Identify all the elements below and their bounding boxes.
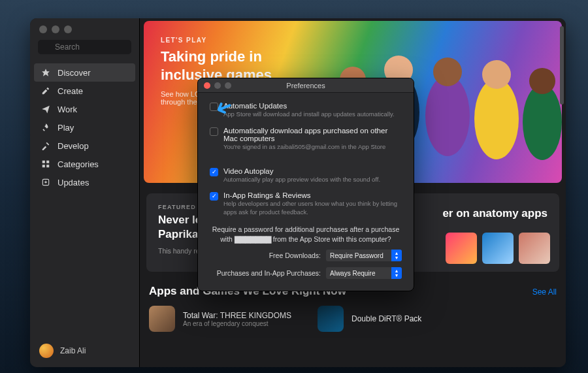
checkbox-ratings-reviews[interactable] (210, 192, 218, 201)
user-footer[interactable]: Zaib Ali (30, 334, 139, 367)
grid-icon (41, 159, 51, 169)
svg-point-12 (425, 75, 470, 156)
option-desc: You're signed in as zaibali505@gmail.com… (223, 143, 402, 152)
star-icon (41, 67, 51, 78)
svg-rect-6 (46, 165, 49, 167)
paper-plane-icon (41, 104, 51, 114)
chevron-updown-icon: ▴▾ (393, 251, 400, 260)
select-value: Always Require (330, 270, 375, 277)
option-desc: Help developers and other users know wha… (223, 200, 402, 217)
checkbox-auto-download[interactable] (210, 127, 218, 136)
app-meta: Double DiRT® Pack (351, 314, 421, 323)
sidebar-item-updates[interactable]: Updates (30, 173, 139, 191)
option-ratings-reviews: In-App Ratings & Reviews Help developers… (210, 191, 402, 217)
scrollbar[interactable] (559, 22, 564, 363)
maximize-window-icon[interactable] (64, 25, 72, 33)
form-label: Free Downloads: (210, 251, 321, 259)
option-desc: Automatically play app preview videos wi… (223, 176, 380, 184)
sidebar-item-label: Create (57, 86, 83, 96)
option-label: Automatic Updates (223, 102, 395, 110)
option-label: In-App Ratings & Reviews (223, 191, 402, 199)
form-label: Purchases and In-App Purchases: (210, 269, 321, 277)
sidebar-item-label: Play (57, 123, 74, 133)
sidebar-item-develop[interactable]: Develop (30, 137, 139, 155)
thumb-icon (519, 233, 550, 264)
option-automatic-updates: Automatic Updates App Store will downloa… (210, 102, 402, 119)
option-desc: App Store will download and install app … (223, 110, 395, 119)
sidebar-item-label: Work (57, 105, 77, 114)
user-name: Zaib Ali (60, 346, 86, 355)
sidebar-item-label: Categories (57, 159, 99, 169)
password-block: Require a password for additional purcha… (210, 225, 402, 279)
option-label: Video Autoplay (223, 167, 380, 175)
sidebar-item-play[interactable]: Play (30, 118, 139, 137)
option-label: Automatically download apps purchased on… (223, 127, 402, 142)
svg-point-14 (474, 78, 519, 159)
sidebar-nav: Discover Create Work Play Develop Catego… (30, 59, 139, 195)
search-input[interactable] (38, 40, 131, 54)
select-free-downloads[interactable]: Require Password ▴▾ (326, 250, 402, 261)
see-all-link[interactable]: See All (532, 287, 557, 297)
brush-icon (41, 86, 51, 96)
card-thumbnails (446, 233, 550, 264)
password-heading: Require a password for additional purcha… (210, 225, 402, 244)
hammer-icon (41, 140, 51, 151)
app-icon (318, 306, 344, 332)
minimize-window-icon[interactable] (52, 25, 59, 33)
sidebar-item-label: Develop (57, 141, 89, 151)
sidebar-item-label: Discover (57, 68, 91, 78)
svg-point-16 (523, 84, 562, 160)
row-purchases: Purchases and In-App Purchases: Always R… (210, 267, 402, 279)
app-row: Total War: THREE KINGDOMS An era of lege… (140, 302, 566, 336)
prefs-titlebar: Preferences (198, 78, 414, 93)
app-subtitle: An era of legendary conquest (183, 320, 291, 327)
app-name: Total War: THREE KINGDOMS (183, 311, 291, 320)
app-item[interactable]: Total War: THREE KINGDOMS An era of lege… (149, 306, 291, 332)
checkbox-video-autoplay[interactable] (210, 168, 218, 176)
app-icon (149, 306, 175, 332)
window-traffic-lights (30, 18, 139, 33)
sidebar-item-discover[interactable]: Discover (34, 63, 135, 82)
sidebar-item-create[interactable]: Create (30, 82, 139, 100)
thumb-icon (446, 233, 477, 264)
sidebar-item-categories[interactable]: Categories (30, 155, 139, 173)
sidebar: Discover Create Work Play Develop Catego… (30, 18, 140, 367)
select-value: Require Password (330, 252, 384, 259)
app-item[interactable]: Double DiRT® Pack (318, 306, 421, 332)
download-icon (41, 177, 51, 187)
prefs-title: Preferences (198, 82, 414, 89)
svg-rect-4 (46, 161, 49, 163)
prefs-body: Automatic Updates App Store will downloa… (198, 93, 414, 291)
svg-rect-5 (42, 165, 45, 167)
svg-marker-2 (42, 69, 50, 76)
svg-rect-3 (42, 161, 45, 163)
scrollbar-thumb[interactable] (560, 26, 564, 105)
option-auto-download: Automatically download apps purchased on… (210, 127, 402, 152)
app-meta: Total War: THREE KINGDOMS An era of lege… (183, 311, 291, 327)
app-name: Double DiRT® Pack (351, 314, 421, 323)
search-container (38, 40, 131, 54)
close-window-icon[interactable] (39, 25, 47, 33)
row-free-downloads: Free Downloads: Require Password ▴▾ (210, 250, 402, 261)
svg-point-17 (529, 68, 555, 94)
sidebar-item-work[interactable]: Work (30, 100, 139, 118)
option-video-autoplay: Video Autoplay Automatically play app pr… (210, 167, 402, 184)
sidebar-item-label: Updates (57, 178, 89, 187)
thumb-icon (482, 233, 514, 264)
chevron-updown-icon: ▴▾ (393, 268, 400, 278)
avatar (39, 344, 54, 358)
select-purchases[interactable]: Always Require ▴▾ (326, 267, 402, 279)
svg-point-15 (482, 60, 511, 89)
svg-point-13 (433, 57, 462, 86)
rocket-icon (41, 122, 51, 133)
